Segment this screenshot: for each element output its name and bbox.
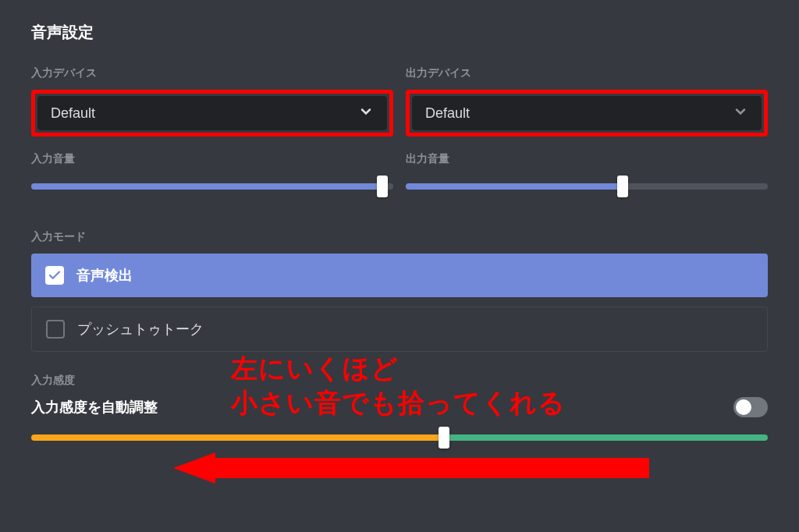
chevron-down-icon [358, 104, 374, 123]
slider-thumb[interactable] [617, 176, 628, 197]
auto-sensitivity-row: 入力感度を自動調整 [31, 397, 768, 417]
voice-activity-label: 音声検出 [76, 266, 133, 285]
input-mode-section: 入力モード 音声検出 プッシュトゥトーク [31, 230, 768, 352]
voice-activity-option[interactable]: 音声検出 [31, 254, 768, 297]
page-title: 音声設定 [31, 22, 768, 43]
sensitivity-label: 入力感度 [31, 374, 768, 388]
input-device-select[interactable]: Default [37, 96, 387, 130]
input-device-value: Default [51, 105, 95, 122]
push-to-talk-option[interactable]: プッシュトゥトーク [31, 307, 768, 352]
output-device-highlight: Default [406, 90, 768, 137]
auto-sensitivity-label: 入力感度を自動調整 [31, 398, 158, 417]
chevron-down-icon [733, 104, 748, 123]
toggle-knob [736, 399, 751, 415]
output-device-label: 出力デバイス [406, 66, 768, 80]
push-to-talk-label: プッシュトゥトーク [77, 320, 204, 339]
slider-thumb[interactable] [439, 427, 449, 449]
output-device-col: 出力デバイス Default [406, 66, 768, 137]
volume-section: 入力音量 出力音量 [31, 152, 768, 196]
auto-sensitivity-toggle[interactable] [733, 397, 768, 417]
output-volume-slider[interactable] [406, 177, 768, 196]
sensitivity-slider[interactable] [31, 434, 768, 441]
check-icon [45, 266, 64, 285]
output-device-select[interactable]: Default [412, 96, 762, 130]
input-device-col: 入力デバイス Default [31, 66, 393, 137]
slider-thumb[interactable] [377, 176, 388, 197]
input-volume-slider[interactable] [31, 177, 393, 196]
output-device-value: Default [425, 105, 470, 122]
device-row: 入力デバイス Default 出力デバイス Default [31, 66, 768, 137]
output-volume-label: 出力音量 [406, 152, 768, 166]
sensitivity-section: 入力感度 入力感度を自動調整 [31, 374, 768, 441]
checkbox-empty-icon [46, 320, 65, 339]
input-device-label: 入力デバイス [31, 66, 393, 80]
output-volume-col: 出力音量 [406, 152, 768, 196]
input-device-highlight: Default [31, 90, 393, 137]
input-mode-label: 入力モード [31, 230, 768, 244]
input-volume-label: 入力音量 [31, 152, 393, 166]
input-volume-col: 入力音量 [31, 152, 393, 196]
